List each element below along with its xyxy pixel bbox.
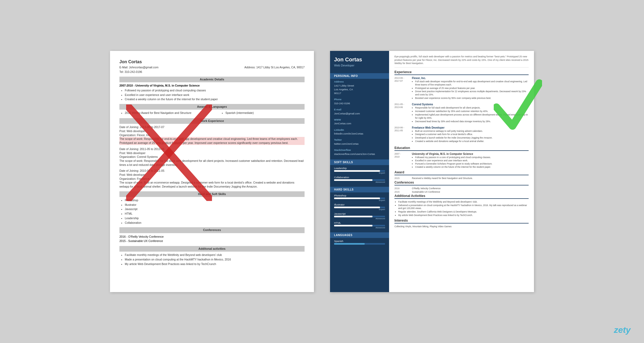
list-item: Decreased lead times by 30% and reduced …: [415, 120, 529, 123]
skill-photoshop: Photoshop: [334, 194, 385, 197]
education-section-title: Education: [394, 146, 529, 151]
plain-awards-header: Awards & Languages: [119, 104, 305, 110]
award-entry-1: 2015 Received a Webby Award for Best Nav…: [394, 177, 529, 180]
list-item: Facilitate monthly meetings of the Webfi…: [125, 253, 305, 257]
list-item: Excelled in user experience and user int…: [125, 93, 305, 97]
list-item: Built an ecommerce webapp to sell potty …: [415, 130, 529, 133]
plain-tel: Tel: 310-242-0196: [119, 70, 305, 74]
plain-academic-header: Academic Details: [119, 77, 305, 82]
styled-resume-wrapper: Jon Cortas Web Developer Personal Info A…: [330, 51, 534, 292]
plain-name: Jon Cortas: [119, 59, 305, 65]
sidebar-stackoverflow-block: StackOverflow stackoverflow.com/users/Jo…: [330, 147, 389, 157]
list-item: Implemented Agile/Lean development proce…: [415, 113, 529, 120]
list-item: Boosted user experience scores by 55% ov…: [415, 97, 529, 100]
sidebar-linkedin-block: LinkedIn linkedin.com/in/JonCortas: [330, 127, 389, 137]
plain-award-item: 2015 Webby Award for Best Navigation and…: [119, 111, 204, 115]
lang-bar-bg: [334, 243, 385, 245]
plain-resume: Jon Cortas E-Mail: Johncortas@gmail.com …: [110, 51, 314, 292]
list-item: My article Web Development Best Practice…: [125, 262, 305, 266]
list-item: Made a presentation on cloud computing a…: [125, 258, 305, 262]
plain-email: E-Mail: Johncortas@gmail.com: [119, 65, 158, 69]
list-item: My article Web Development Best Practice…: [398, 214, 529, 217]
list-item: Excelled in user experience and user int…: [415, 159, 492, 162]
list-item: Pursued a Generalist Scholars Program gr…: [415, 162, 492, 166]
list-item: Leadership: [125, 216, 305, 220]
work-entry-1: Date of Joining: 2013-06 to 2017-07 Post…: [119, 125, 305, 145]
list-item: Designed a customer web form for a local…: [415, 133, 529, 136]
skill-level: Expert: [334, 172, 385, 174]
list-item: Illustrator: [125, 203, 305, 207]
interests-text: Collecting Vinyls, Mountain biking, Play…: [394, 225, 529, 228]
list-item: Spanish (intermediate): [225, 111, 305, 115]
list-item: Prototyped an average of 25 new product …: [415, 87, 529, 90]
list-item: Full stack web developer responsible for…: [415, 80, 529, 87]
skill-level: Advanced: [334, 226, 385, 229]
experience-section-title: Experience: [394, 70, 529, 75]
lang-bar-fill: [334, 243, 365, 245]
list-item: Increased customer satisfaction by 35% a…: [415, 110, 529, 113]
sidebar-soft-skills: Leadership Expert Collaboration Advanced: [330, 167, 389, 185]
sidebar-www-block: WWW JonCortas.com: [330, 117, 389, 127]
sidebar-twitter-block: Twitter twitter.com/JonCortas: [330, 137, 389, 147]
list-item: Facilitate monthly meetings of the Webfi…: [398, 200, 529, 204]
styled-summary: Eye-poppingly prolific, full stack web d…: [394, 55, 529, 68]
sidebar-soft-skills-label: Soft Skills: [330, 159, 389, 165]
award-section-title: Award: [394, 170, 529, 175]
list-item: Delivered a presentation on cloud comput…: [398, 204, 529, 210]
styled-sidebar: Jon Cortas Web Developer Personal Info A…: [330, 51, 389, 292]
plain-language-item: Spanish (intermediate): [220, 111, 305, 115]
list-item: Regular attendee, Southern California We…: [398, 210, 529, 214]
styled-content: Eye-poppingly prolific, full stack web d…: [389, 51, 534, 292]
sidebar-phone-block: Phone 310-242-0196: [330, 96, 389, 107]
list-item: Photoshop: [125, 198, 305, 202]
list-item: Responsible for full stack web developme…: [415, 106, 529, 110]
skill-level: Advanced: [334, 181, 385, 183]
sidebar-hard-skills: Photoshop Expert Illustrator Expert Java…: [330, 194, 389, 230]
list-item: HTML: [125, 212, 305, 216]
list-item: Created a weekly column on the future of…: [415, 166, 492, 169]
zety-brand: zety: [614, 325, 631, 335]
edu-entry-1: 2007 -2010 University of Virginia, M.S. …: [394, 152, 529, 169]
list-item: 2015 Webby Award for Best Navigation and…: [125, 111, 204, 115]
plain-work-header: Work Experience: [119, 118, 305, 124]
list-item: Created a website and donations webpage …: [415, 140, 529, 143]
list-item: Developed a launch website for the Indie…: [415, 136, 529, 140]
activities-list: Facilitate monthly meetings of the Webfi…: [394, 200, 529, 217]
main-container: Jon Cortas E-Mail: Johncortas@gmail.com …: [0, 0, 644, 343]
styled-resume: Jon Cortas Web Developer Personal Info A…: [330, 51, 534, 292]
skill-collaboration: Collaboration: [334, 176, 385, 179]
sidebar-hard-skills-label: Hard Skills: [330, 187, 389, 192]
interests-section-title: Interests: [394, 219, 529, 223]
list-item: Followed my passion of prototyping and c…: [125, 88, 305, 92]
sidebar-email-block: E-mail JonCortas@gmail.com: [330, 107, 389, 117]
plain-academic-bullets: Followed my passion of prototyping and c…: [119, 88, 305, 101]
plain-conferences-header: Conferences: [119, 227, 305, 233]
list-item: Created a weekly column on the future of…: [125, 97, 305, 101]
skill-illustrator: Illustrator: [334, 203, 385, 206]
sidebar-title: Web Developer: [334, 64, 385, 67]
plain-awards-row: 2015 Webby Award for Best Navigation and…: [119, 111, 305, 115]
plain-academic-date: 2007-2010 - University of Virginia, M.S.…: [119, 84, 305, 88]
plain-skills-list: Photoshop Illustrator Javascript HTML Le…: [119, 198, 305, 225]
list-item: Javascript: [125, 207, 305, 211]
skill-level: Advanced: [334, 217, 385, 220]
list-item: Collaboration: [125, 221, 305, 225]
plain-contact: E-Mail: Johncortas@gmail.com Address: 14…: [119, 65, 305, 69]
activities-section-title: Additional Activities: [394, 194, 529, 199]
conferences-section-title: Conferences: [394, 181, 529, 185]
list-item: Drove best practice implementation for 2…: [415, 90, 529, 96]
sidebar-personal-info-label: Personal Info: [330, 73, 389, 79]
conf-entry-2: 2015 Sustainable UX Conference: [394, 191, 529, 193]
skill-leadership: Leadership: [334, 167, 385, 170]
exp-entry-2: 2011-05 -2013-06 Corend Systems Responsi…: [394, 103, 529, 123]
conf-entry-1: 2016 O'Reilly Velocity Conference: [394, 187, 529, 190]
sidebar-name: Jon Cortas: [334, 56, 385, 63]
exp-entry-3: 2010-06 -2011-05 Freelance Web Developer…: [394, 126, 529, 144]
plain-address: Address: 1417 Libby St Los Angeles, CA, …: [244, 65, 305, 69]
skill-level: Expert: [334, 208, 385, 211]
sidebar-address-block: Address 1417 Libby StreetLos Angeles, CA…: [330, 79, 389, 96]
plain-activities-header: Additonal activities: [119, 246, 305, 252]
conf-item-2: 2015 - Sustainable UX Conference: [119, 239, 305, 243]
sidebar-profile: Jon Cortas Web Developer: [330, 51, 389, 71]
sidebar-address: 1417 Libby StreetLos Angeles, CA90117: [334, 84, 385, 95]
